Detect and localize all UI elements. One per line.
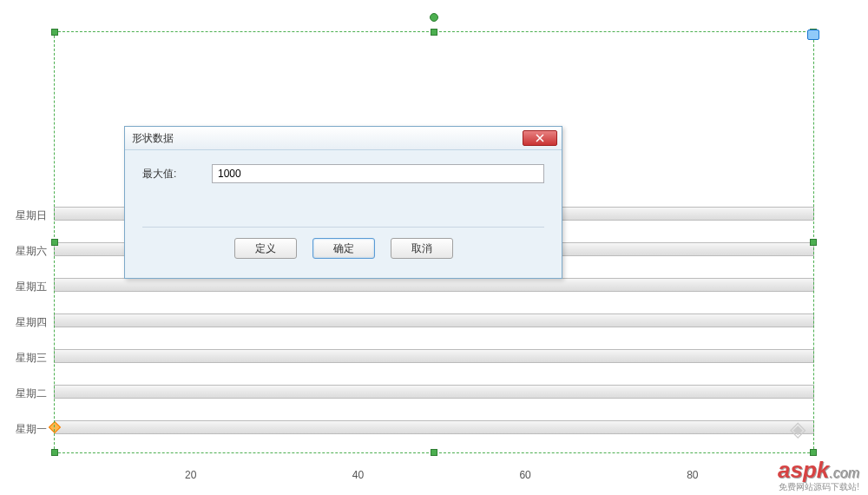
resize-handle-br[interactable]: [810, 449, 817, 456]
x-tick-40: 40: [352, 469, 364, 481]
info-handle-icon[interactable]: [807, 30, 819, 40]
max-value-row: 最大值:: [142, 164, 544, 183]
resize-handle-lm[interactable]: [51, 239, 58, 246]
watermark-brand: aspk.com: [778, 459, 859, 481]
dialog-button-row: 定义 确定 取消: [142, 238, 544, 269]
dialog-title: 形状数据: [132, 131, 174, 146]
shape-data-dialog: 形状数据 最大值: 定义 确定 取消: [124, 126, 562, 279]
ok-button[interactable]: 确定: [312, 238, 375, 259]
resize-handle-tl[interactable]: [51, 29, 58, 36]
resize-handle-bm[interactable]: [431, 449, 437, 456]
dialog-close-button[interactable]: [523, 130, 557, 146]
rotate-handle[interactable]: [430, 13, 438, 22]
dialog-body: 最大值: 定义 确定 取消: [125, 150, 562, 278]
cancel-button[interactable]: 取消: [391, 238, 453, 259]
close-icon: [536, 134, 544, 142]
max-value-input[interactable]: [212, 164, 544, 183]
resize-handle-bl[interactable]: [51, 449, 58, 456]
x-tick-20: 20: [185, 469, 196, 481]
y-label-mon: 星期一: [16, 422, 47, 437]
dialog-separator: [142, 227, 544, 228]
y-label-sat: 星期六: [16, 244, 47, 259]
watermark-tagline: 免费网站源码下载站!: [778, 481, 859, 493]
decorative-icon: ◈: [790, 417, 816, 443]
resize-handle-rm[interactable]: [810, 239, 817, 246]
watermark: aspk.com 免费网站源码下载站!: [778, 459, 859, 493]
y-label-wed: 星期三: [16, 351, 47, 366]
define-button[interactable]: 定义: [234, 238, 297, 259]
x-tick-80: 80: [687, 469, 698, 481]
resize-handle-tm[interactable]: [431, 29, 437, 36]
y-label-sun: 星期日: [16, 208, 47, 223]
x-tick-60: 60: [519, 469, 530, 481]
y-label-tue: 星期二: [16, 386, 47, 401]
y-label-fri: 星期五: [16, 280, 47, 294]
max-value-label: 最大值:: [142, 167, 194, 182]
dialog-titlebar[interactable]: 形状数据: [125, 127, 562, 150]
y-label-thu: 星期四: [16, 315, 47, 330]
